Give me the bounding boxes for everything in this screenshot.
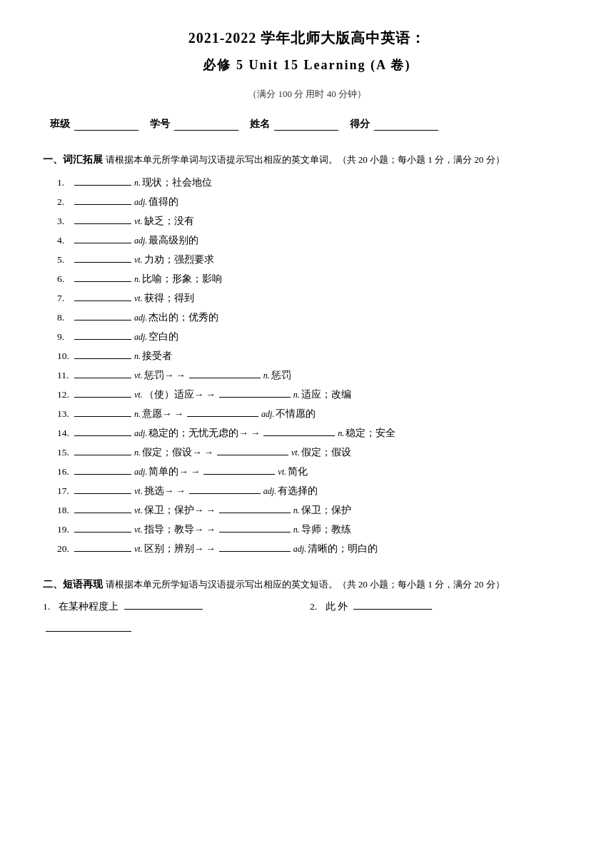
vocab-item: 11.vt.惩罚→→n.惩罚 [57, 365, 571, 385]
vocab-hint: 简单的→ [149, 462, 188, 481]
vocab-hint2: 清晰的；明白的 [308, 539, 378, 558]
vocab-blank-2[interactable] [187, 405, 258, 417]
vocab-hint2: 不情愿的 [276, 404, 316, 423]
vocab-blank-2[interactable] [219, 521, 291, 533]
vocab-num: 8. [57, 308, 73, 327]
vocab-blank-2[interactable] [219, 502, 291, 513]
vocab-pos: vt. [134, 290, 143, 307]
vocab-blank-1[interactable] [74, 271, 131, 282]
vocab-hint: 保卫；保护→ [144, 500, 204, 520]
vocab-blank-1[interactable] [74, 483, 131, 494]
vocab-item: 18.vt.保卫；保护→→n.保卫；保护 [57, 500, 571, 520]
name-label: 姓名 [250, 118, 270, 131]
vocab-blank-2[interactable] [219, 540, 291, 552]
vocab-num: 11. [57, 365, 73, 385]
vocab-blank-1[interactable] [74, 232, 131, 243]
vocab-blank-1[interactable] [74, 540, 131, 552]
vocab-pos2: n. [338, 425, 344, 442]
vocab-item: 15.n.假定；假设→→vt.假定；假设 [57, 443, 571, 462]
vocab-blank-1[interactable] [74, 444, 131, 455]
vocab-blank-1[interactable] [74, 463, 131, 475]
vocab-pos2: n. [293, 521, 300, 538]
vocab-blank-1[interactable] [74, 502, 131, 513]
vocab-hint: 缺乏；没有 [144, 211, 194, 231]
phrase-blank-2[interactable] [353, 598, 432, 610]
vocab-blank-1[interactable] [74, 521, 131, 533]
vocab-arrow: → [206, 500, 216, 520]
vocab-blank-1[interactable] [74, 348, 131, 359]
vocab-pos: vt. [134, 386, 143, 403]
phrase-blank-3[interactable] [46, 620, 131, 632]
vocab-pos: n. [134, 444, 141, 461]
vocab-blank-2[interactable] [189, 483, 261, 494]
vocab-hint: 区别；辨别→ [144, 539, 204, 558]
vocab-pos2: n. [293, 502, 300, 519]
vocab-blank-2[interactable] [203, 463, 275, 475]
vocab-hint: 挑选→ [144, 481, 174, 500]
vocab-pos2: adj. [263, 483, 276, 500]
vocab-blank-2[interactable] [189, 367, 261, 378]
vocab-item: 6.n.比喻；形象；影响 [57, 269, 571, 288]
vocab-item: 16.adj.简单的→→vt.简化 [57, 462, 571, 481]
vocab-num: 2. [57, 192, 73, 211]
vocab-num: 15. [57, 443, 73, 462]
vocab-blank-1[interactable] [74, 251, 131, 263]
vocab-hint: 现状；社会地位 [142, 173, 212, 192]
phrase-text-2: 此 外 [326, 596, 348, 617]
id-input[interactable] [174, 118, 238, 131]
vocab-blank-1[interactable] [74, 290, 131, 301]
vocab-blank-1[interactable] [74, 174, 131, 186]
vocab-pos: vt. [134, 502, 143, 519]
name-input[interactable] [274, 118, 338, 131]
vocab-blank-1[interactable] [74, 213, 131, 224]
vocab-pos: adj. [134, 232, 147, 249]
vocab-blank-2[interactable] [263, 425, 335, 436]
vocab-item: 2.adj.值得的 [57, 192, 571, 211]
vocab-blank-1[interactable] [74, 193, 131, 205]
section-two-header: 二、短语再现 请根据本单元所学短语与汉语提示写出相应的英文短语。（共 20 小题… [43, 575, 571, 593]
vocab-pos2: adj. [293, 540, 306, 557]
vocab-hint2: 适应；改编 [301, 385, 351, 404]
phrase-row-1: 1. 在某种程度上 2. 此 外 [43, 596, 571, 617]
vocab-item: 20.vt.区别；辨别→→adj.清晰的；明白的 [57, 539, 571, 558]
vocab-blank-2[interactable] [219, 386, 291, 398]
info-line: （满分 100 分 用时 40 分钟） [43, 88, 571, 101]
class-label: 班级 [50, 118, 70, 131]
vocab-item: 7.vt.获得；得到 [57, 288, 571, 308]
vocab-num: 18. [57, 500, 73, 520]
vocab-item: 8.adj.杰出的；优秀的 [57, 308, 571, 327]
class-input[interactable] [74, 118, 139, 131]
vocab-blank-1[interactable] [74, 328, 131, 340]
vocab-arrow: → [206, 385, 216, 404]
vocab-num: 17. [57, 481, 73, 500]
vocab-pos2: n. [263, 367, 270, 384]
class-field: 班级 [50, 118, 143, 131]
vocab-blank-1[interactable] [74, 386, 131, 398]
vocab-hint2: 假定；假设 [301, 443, 351, 462]
vocab-num: 7. [57, 288, 73, 308]
vocab-hint2: 导师；教练 [301, 520, 351, 539]
vocab-pos: vt. [134, 483, 143, 500]
vocab-arrow: → [191, 462, 201, 481]
section-two: 二、短语再现 请根据本单元所学短语与汉语提示写出相应的英文短语。（共 20 小题… [43, 575, 571, 632]
vocab-blank-2[interactable] [217, 444, 288, 455]
vocab-hint: 指导；教导→ [144, 520, 204, 539]
vocab-blank-1[interactable] [74, 367, 131, 378]
vocab-item: 3.vt.缺乏；没有 [57, 211, 571, 231]
vocab-pos: vt. [134, 251, 143, 268]
vocab-blank-1[interactable] [74, 405, 131, 417]
vocab-pos: n. [134, 174, 141, 191]
vocab-pos: vt. [134, 521, 143, 538]
vocab-blank-1[interactable] [74, 309, 131, 321]
score-input[interactable] [374, 118, 438, 131]
vocab-num: 16. [57, 462, 73, 481]
vocab-blank-1[interactable] [74, 425, 131, 436]
phrase-item-2: 2. 此 外 [310, 596, 571, 617]
vocab-hint: 意愿→ [142, 404, 172, 423]
vocab-hint2: 惩罚 [271, 365, 291, 385]
vocab-item: 14.adj.稳定的；无忧无虑的→→n.稳定；安全 [57, 423, 571, 443]
vocab-hint: 假定；假设→ [142, 443, 202, 462]
phrase-blank-1[interactable] [124, 598, 203, 610]
score-field: 得分 [350, 118, 443, 131]
id-label: 学号 [150, 118, 170, 131]
